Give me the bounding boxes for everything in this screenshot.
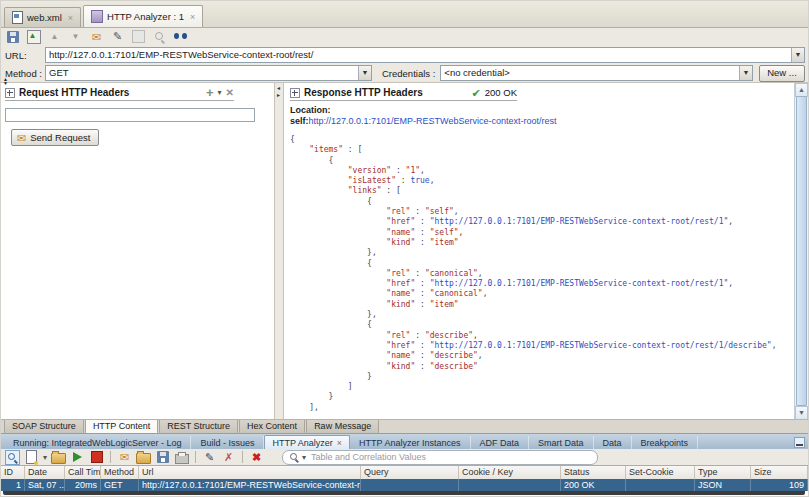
tab-build-issues[interactable]: Build - Issues [191,436,264,450]
clear-icon[interactable]: ✖ [249,450,264,465]
open-icon[interactable] [51,450,66,465]
row-call-time: 20ms [65,479,101,491]
request-panel: Request HTTP Headers + ▾ ✕ ✉ Send Reques… [1,83,274,420]
stop-icon[interactable] [89,450,104,465]
close-icon[interactable]: × [337,438,342,448]
analyzer-icon [91,10,103,23]
col-date[interactable]: Date [25,466,65,479]
edit-icon[interactable]: ✎ [110,29,125,44]
resend-icon[interactable]: ✉ [117,450,132,465]
tab-http-analyzer-log[interactable]: HTTP Analyzer × [264,435,350,450]
row-type: JSON [695,479,751,491]
scrollbar-thumb[interactable] [796,96,807,406]
log-search: ▾ [282,450,598,465]
tab-http-content[interactable]: HTTP Content [85,420,158,434]
print-icon[interactable] [174,450,189,465]
url-input[interactable]: http://127.0.0.1:7101/EMP-RESTWebService… [45,47,805,63]
pin-icon[interactable] [152,29,167,44]
chevron-down-icon[interactable]: ▾ [302,453,306,462]
save-icon[interactable] [155,450,170,465]
expand-icon[interactable] [5,88,15,98]
col-cookie-key[interactable]: Cookie / Key [459,466,561,479]
request-header-input[interactable] [5,108,255,122]
copy-icon[interactable] [131,29,146,44]
col-type[interactable]: Type [695,466,751,479]
row-status: 200 OK [561,479,626,491]
send-request-button[interactable]: ✉ Send Request [11,129,99,146]
log-tabbar: Running: IntegratedWebLogicServer - Log … [1,433,808,450]
tab-adf-data[interactable]: ADF Data [471,436,530,450]
expand-icon[interactable] [290,88,300,98]
mail-icon: ✉ [17,133,26,143]
credentials-select[interactable]: <no credential> ▼ [440,65,753,81]
collapse-left-icon[interactable]: ◂ [275,85,282,91]
row-id: 1 [1,479,25,491]
chevron-down-icon[interactable]: ▼ [791,48,804,62]
tab-data[interactable]: Data [594,436,632,450]
tab-rest-structure[interactable]: REST Structure [159,420,238,434]
delete-icon[interactable]: ✗ [221,450,236,465]
minimize-icon[interactable] [794,437,805,448]
mail-icon[interactable]: ✉ [89,29,104,44]
find-source-icon[interactable] [5,450,20,465]
new-credential-button[interactable]: New ... [759,65,805,82]
col-size[interactable]: Size [751,466,808,479]
tab-breakpoints[interactable]: Breakpoints [632,436,699,450]
col-url[interactable]: Url [139,466,361,479]
tab-soap-structure[interactable]: SOAP Structure [4,420,84,434]
edit-icon[interactable]: ✎ [202,450,217,465]
binoculars-icon[interactable] [173,29,188,44]
col-status[interactable]: Status [561,466,626,479]
splitter-collapse-icon[interactable]: ▲▼ [3,77,8,85]
close-icon[interactable]: × [190,12,195,22]
self-label: self: [290,116,309,126]
col-id[interactable]: ID [1,466,25,479]
method-select[interactable]: GET ▼ [45,65,372,81]
table-row[interactable]: 1 Sat, 07 ... 20ms GET http://127.0.0.1:… [1,479,808,491]
analyzer-toolbar: ▲ ▼ ✉ ✎ [1,27,808,46]
open-file-icon[interactable] [136,450,151,465]
tab-http-analyzer[interactable]: HTTP Analyzer : 1 × [83,5,203,27]
search-icon [290,453,299,462]
request-panel-header: Request HTTP Headers + ▾ ✕ [5,87,234,101]
response-panel: Response HTTP Headers ✔ 200 OK Location:… [284,83,808,420]
up-icon[interactable]: ▲ [47,29,62,44]
search-input[interactable] [309,451,590,463]
chevron-down-icon[interactable]: ▾ [43,453,47,462]
tab-http-analyzer-instances[interactable]: HTTP Analyzer Instances [350,436,470,450]
self-link[interactable]: http://127.0.0.1:7101/EMP-RESTWebService… [309,116,557,126]
request-panel-title: Request HTTP Headers [19,87,129,98]
scroll-up-icon[interactable]: ▲ [795,83,808,97]
row-set-cookie [626,479,695,491]
chevron-down-icon[interactable]: ▼ [739,66,752,80]
scroll-down-icon[interactable]: ▼ [795,406,808,420]
tab-raw-message[interactable]: Raw Message [306,420,379,434]
close-icon[interactable]: × [68,13,73,23]
tab-web-xml[interactable]: web.xml × [4,7,81,27]
col-query[interactable]: Query [361,466,459,479]
vertical-scrollbar[interactable]: ▲ ▼ [794,83,808,420]
col-set-cookie[interactable]: Set-Cookie [626,466,695,479]
row-url: http://127.0.0.1:7101/EMP-RESTWebService… [139,479,361,491]
panel-splitter[interactable]: ◂ ▸ [274,83,284,420]
col-call-time[interactable]: Call Time [65,466,101,479]
remove-header-icon[interactable]: ✕ [226,87,234,98]
add-header-icon[interactable]: + [206,88,214,98]
method-row: Method : GET ▼ Credentials : <no credent… [1,64,808,82]
save-icon[interactable] [5,29,20,44]
export-icon[interactable] [26,29,41,44]
tab-hex-content[interactable]: Hex Content [239,420,305,434]
down-icon[interactable]: ▼ [68,29,83,44]
status-code: 200 OK [485,87,517,98]
start-icon[interactable] [70,450,85,465]
collapse-right-icon[interactable]: ▸ [275,92,282,98]
chevron-down-icon[interactable]: ▼ [358,66,371,80]
tab-running-log[interactable]: Running: IntegratedWebLogicServer - Log [4,436,191,450]
new-instance-icon[interactable] [24,450,39,465]
response-panel-header: Response HTTP Headers ✔ 200 OK [290,87,517,101]
chevron-down-icon[interactable]: ▾ [218,88,222,97]
col-method[interactable]: Method [101,466,139,479]
tab-smart-data[interactable]: Smart Data [529,436,594,450]
row-query [361,479,459,491]
row-cookie-key [459,479,561,491]
